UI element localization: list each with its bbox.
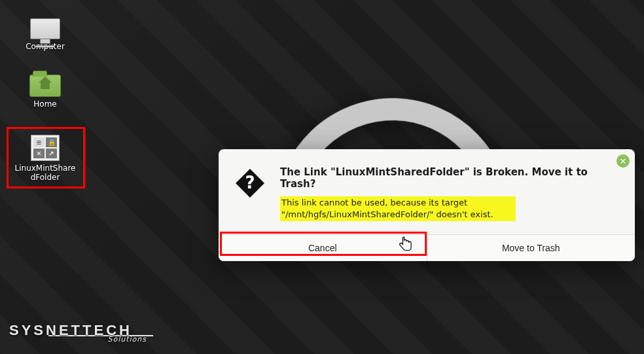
question-icon: ? xyxy=(234,168,266,202)
svg-text:?: ? xyxy=(245,173,255,192)
dialog-title: The Link "LinuxMintSharedFolder" is Brok… xyxy=(280,166,619,190)
watermark: SYSNETTECH Solutions xyxy=(9,322,153,344)
annotation-outline-cancel xyxy=(220,232,427,256)
desktop-icon-home[interactable]: Home xyxy=(9,68,81,109)
desktop-icon-computer[interactable]: Computer xyxy=(9,8,81,51)
annotation-outline-shared-folder xyxy=(7,127,85,188)
dialog-close-button[interactable]: ✕ xyxy=(617,154,630,168)
home-folder-icon xyxy=(29,75,61,97)
desktop-icon-label: Home xyxy=(33,99,56,109)
move-to-trash-button[interactable]: Move to Trash xyxy=(427,235,635,261)
dialog-message: This link cannot be used, because its ta… xyxy=(280,196,516,221)
computer-icon xyxy=(30,18,60,39)
